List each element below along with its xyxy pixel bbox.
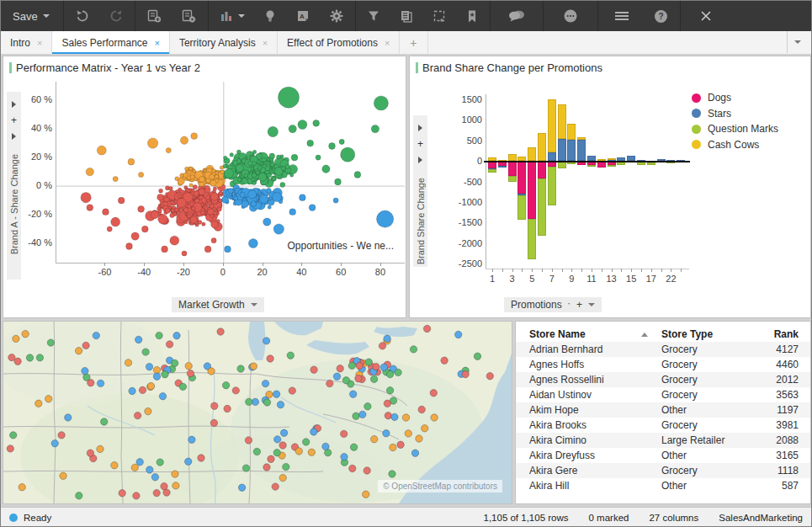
map-marker[interactable]	[188, 436, 195, 443]
map-marker[interactable]	[422, 425, 428, 432]
map-marker[interactable]	[364, 467, 370, 474]
properties-button[interactable]	[320, 1, 353, 31]
map-marker[interactable]	[119, 490, 125, 497]
map-marker[interactable]	[418, 406, 425, 413]
bar-segment-question-marks[interactable]	[587, 165, 596, 167]
table-row[interactable]: Akira BrooksGrocery3981	[516, 418, 810, 433]
map-marker[interactable]	[217, 328, 224, 335]
map-marker[interactable]	[364, 403, 371, 410]
map-marker[interactable]	[97, 445, 103, 452]
map-marker[interactable]	[441, 357, 448, 364]
map-marker[interactable]	[356, 362, 363, 369]
map-marker[interactable]	[139, 386, 146, 393]
table-row[interactable]: Adrian BernhardGrocery4127	[516, 342, 810, 357]
map-marker[interactable]	[147, 382, 154, 389]
map-marker[interactable]	[341, 430, 348, 437]
map-marker[interactable]	[386, 370, 393, 377]
map-marker[interactable]	[36, 354, 43, 361]
map-marker[interactable]	[162, 371, 168, 378]
map-marker[interactable]	[359, 411, 366, 418]
map-marker[interactable]	[88, 380, 94, 386]
table-row[interactable]: Akim HopeOther1197	[516, 402, 810, 418]
map-marker[interactable]	[263, 399, 270, 406]
map-marker[interactable]	[45, 396, 52, 402]
map-marker[interactable]	[211, 402, 218, 409]
map-marker[interactable]	[416, 435, 422, 442]
bar-segment-stars[interactable]	[548, 152, 556, 161]
map-marker[interactable]	[273, 450, 280, 456]
close-button[interactable]	[682, 1, 730, 31]
map-marker[interactable]	[97, 380, 103, 386]
bar-segment-cash-cows[interactable]	[548, 99, 556, 152]
map-marker[interactable]	[405, 430, 411, 437]
axis-add-button[interactable]: +	[11, 115, 17, 125]
tab-close-icon[interactable]: ×	[385, 38, 390, 48]
new-page-button[interactable]	[137, 1, 172, 31]
tab-territory-analysis[interactable]: Territory Analysis×	[170, 31, 278, 54]
bar-segment-question-marks[interactable]	[617, 162, 625, 165]
map-marker[interactable]	[238, 484, 245, 491]
map-marker[interactable]	[342, 377, 349, 384]
map-marker[interactable]	[423, 325, 430, 332]
undo-button[interactable]	[66, 1, 99, 31]
bar-segment-cash-cows[interactable]	[608, 158, 616, 160]
map-marker[interactable]	[136, 459, 143, 466]
table-row[interactable]: Akira CiminoLarge Retailer2088	[516, 433, 810, 448]
map-marker[interactable]	[146, 364, 152, 370]
map-marker[interactable]	[87, 450, 93, 456]
scatter-x-axis-selector[interactable]: Market Growth	[172, 297, 264, 312]
map-marker[interactable]	[373, 363, 379, 370]
map-marker[interactable]	[474, 353, 480, 359]
map-marker[interactable]	[142, 349, 149, 355]
map-marker[interactable]	[159, 393, 166, 400]
legend-item-dogs[interactable]: Dogs	[692, 90, 778, 106]
map-marker[interactable]	[172, 482, 179, 489]
map-marker[interactable]	[208, 368, 215, 375]
tab-close-icon[interactable]: ×	[155, 38, 160, 48]
map-marker[interactable]	[279, 474, 286, 481]
map-marker[interactable]	[263, 338, 269, 344]
bar-segment-stars[interactable]	[498, 166, 507, 168]
map-marker[interactable]	[129, 387, 135, 394]
map-marker[interactable]	[172, 359, 178, 366]
map-marker[interactable]	[173, 333, 180, 339]
map-marker[interactable]	[411, 450, 418, 456]
bar-segment-question-marks[interactable]	[538, 178, 546, 236]
map-marker[interactable]	[273, 391, 279, 397]
bar-segment-cash-cows[interactable]	[538, 133, 546, 161]
marquee-select-button[interactable]	[423, 1, 456, 31]
tab-effect-of-promotions[interactable]: Effect of Promotions×	[278, 31, 400, 54]
map-marker[interactable]	[242, 465, 249, 471]
map-marker[interactable]	[279, 442, 286, 449]
map-marker[interactable]	[384, 400, 390, 407]
table-row[interactable]: Aidan UstinovGrocery3563	[516, 387, 810, 402]
map-marker[interactable]	[486, 373, 493, 380]
table-row[interactable]: Akira DreyfussOther3165	[516, 448, 810, 463]
map-marker[interactable]	[51, 440, 58, 447]
tab-overflow-button[interactable]	[787, 31, 808, 53]
map-marker[interactable]	[93, 332, 99, 338]
recommendations-button[interactable]	[254, 1, 286, 31]
map-marker[interactable]	[283, 463, 289, 470]
bar-segment-question-marks[interactable]	[528, 219, 536, 259]
axis-expand-icon[interactable]	[12, 101, 16, 108]
bar-segment-cash-cows[interactable]	[558, 104, 566, 139]
map-marker[interactable]	[341, 454, 348, 460]
map-marker[interactable]	[455, 331, 462, 338]
tab-close-icon[interactable]: ×	[263, 38, 268, 48]
add-page-button[interactable]: +	[400, 31, 427, 54]
map-marker[interactable]	[310, 429, 317, 435]
map-marker[interactable]	[295, 448, 302, 455]
bar-segment-dogs[interactable]	[528, 161, 536, 219]
column-header-rank[interactable]: Rank	[761, 327, 799, 342]
map-marker[interactable]	[370, 375, 377, 382]
bar-segment-stars[interactable]	[558, 139, 566, 161]
table-row[interactable]: Akira GereGrocery1118	[516, 463, 810, 478]
map-marker[interactable]	[131, 464, 138, 471]
map-marker[interactable]	[22, 331, 29, 338]
tab-intro[interactable]: Intro×	[1, 31, 52, 54]
map-marker[interactable]	[82, 342, 89, 349]
menu-button[interactable]	[600, 1, 644, 31]
bar-segment-question-marks[interactable]	[548, 167, 556, 205]
map-marker[interactable]	[135, 336, 142, 343]
